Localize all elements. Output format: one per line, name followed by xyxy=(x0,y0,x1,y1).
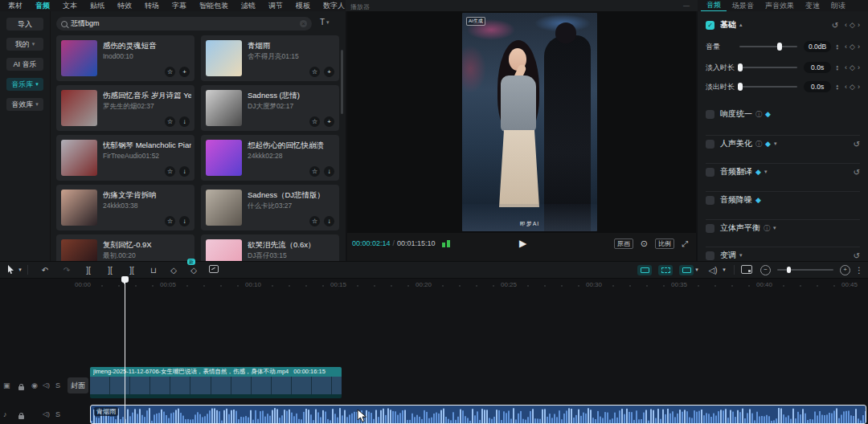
slider-thumb[interactable] xyxy=(738,63,743,71)
split-right-icon[interactable]: ][ xyxy=(125,266,139,275)
music-note-icon[interactable]: ♪ xyxy=(3,410,7,418)
keyframe-prev-icon[interactable]: ‹ xyxy=(845,43,847,51)
select-tool-dropdown-icon[interactable]: ▾ xyxy=(16,267,24,273)
redo-icon[interactable]: ↷ xyxy=(59,266,74,275)
reset-icon[interactable]: ↺ xyxy=(854,140,860,149)
timeline-zoom-slider[interactable] xyxy=(777,269,833,271)
video-clip[interactable]: jimeng-2025-11-12-6706-女生嘴巴说话，表情自然，伤感，身体… xyxy=(90,367,342,398)
inspector-tab-3[interactable]: 声音效果 xyxy=(760,1,800,11)
add-to-track-icon[interactable]: + xyxy=(324,116,334,127)
value-stepper[interactable]: ▴▾ xyxy=(834,43,840,50)
keyframe-icon[interactable]: ◇ xyxy=(850,21,855,29)
value-stepper[interactable]: ▴▾ xyxy=(834,84,840,90)
keyframe-next-icon[interactable]: › xyxy=(858,43,860,51)
slider-track[interactable] xyxy=(739,86,797,88)
slider-thumb[interactable] xyxy=(738,83,743,91)
favorite-star-icon[interactable]: ☆ xyxy=(165,216,175,226)
keyframe-prev-icon[interactable]: ‹ xyxy=(845,21,847,29)
link-preview-toggle-icon[interactable] xyxy=(658,265,673,275)
chevron-down-icon[interactable]: ▾ xyxy=(694,267,700,273)
favorite-star-icon[interactable]: ☆ xyxy=(309,116,320,127)
eye-icon[interactable]: ◉ xyxy=(31,381,38,389)
toggle-checkbox[interactable] xyxy=(706,168,714,177)
download-icon[interactable]: ↓ xyxy=(179,216,190,226)
select-tool-icon[interactable] xyxy=(5,265,16,275)
keyframe-next-icon[interactable]: › xyxy=(858,63,860,71)
zoom-out-icon[interactable]: − xyxy=(760,265,771,275)
panel-menu-dash-icon[interactable]: — xyxy=(683,2,690,9)
music-card[interactable]: 想起伤心的回忆快崩溃24kkk02:28☆↓ xyxy=(201,135,339,181)
chevron-down-icon[interactable]: ▾ xyxy=(721,267,727,273)
keyframe-next-icon[interactable]: › xyxy=(858,83,860,91)
keyframe-icon[interactable]: ◇ xyxy=(850,43,855,51)
keyframe-prev-icon[interactable]: ‹ xyxy=(845,83,847,91)
solo-icon[interactable]: S xyxy=(55,381,60,389)
menu-tab-8[interactable]: 智能包装 xyxy=(193,0,235,11)
slider-thumb[interactable] xyxy=(777,43,782,51)
inspector-tab-5[interactable]: 朗读 xyxy=(825,1,851,11)
music-card[interactable]: Sadness (悲情)DJ大度梦02:17☆+ xyxy=(201,85,339,131)
play-button[interactable]: ▶ xyxy=(519,238,526,249)
speaker-icon[interactable]: ◁) xyxy=(43,410,50,418)
keyframe-prev-icon[interactable]: ‹ xyxy=(845,63,847,71)
auto-scroll-toggle-icon[interactable] xyxy=(679,265,694,275)
music-card[interactable]: 伤感回忆音乐 岁月诗篇 YearsPoem罗先生的烟02:37☆↓ xyxy=(56,85,194,131)
basic-section-checkbox[interactable]: ✓ xyxy=(706,21,714,30)
add-to-track-icon[interactable]: + xyxy=(179,67,190,77)
menu-tab-7[interactable]: 字幕 xyxy=(166,0,193,11)
menu-tab-3[interactable]: 文本 xyxy=(56,0,84,11)
add-to-track-icon[interactable]: + xyxy=(324,67,334,77)
collapse-icon[interactable]: ▴ xyxy=(739,22,743,28)
fullscreen-icon[interactable]: ⤢ xyxy=(682,239,688,249)
menu-tab-10[interactable]: 调节 xyxy=(262,0,289,11)
favorite-star-icon[interactable]: ☆ xyxy=(309,67,320,77)
reset-icon[interactable]: ↺ xyxy=(854,251,860,260)
inspector-tab-1[interactable]: 音频 xyxy=(701,0,727,12)
delete-icon[interactable]: ⊔ xyxy=(146,266,161,275)
music-card[interactable]: 欲哭泪先流（0.6x）DJ喜仔03:15 xyxy=(201,234,339,261)
solo-icon[interactable]: S xyxy=(55,410,60,418)
lock-icon[interactable] xyxy=(18,413,24,421)
menu-tab-2[interactable]: 音频 xyxy=(29,0,56,11)
download-icon[interactable]: ↓ xyxy=(179,116,190,127)
toggle-checkbox[interactable] xyxy=(706,140,714,149)
inspector-tab-2[interactable]: 场景音 xyxy=(727,1,760,11)
kebab-menu-icon[interactable]: ⋮ xyxy=(855,266,863,275)
music-card[interactable]: Sadness（DJ悲情版）什么卡比03:27☆↓ xyxy=(201,185,339,230)
freeze-frame-icon[interactable]: ◇ xyxy=(166,266,181,275)
menu-tab-11[interactable]: 模板 xyxy=(289,0,317,11)
toggle-checkbox[interactable] xyxy=(706,110,714,119)
chevron-down-icon[interactable]: ▾ xyxy=(739,252,743,259)
reset-icon[interactable]: ↺ xyxy=(832,21,838,30)
audio-clip-selected[interactable]: 青烟雨 xyxy=(90,405,866,424)
chevron-down-icon[interactable]: ▾ xyxy=(774,141,777,147)
marker-pen-icon[interactable] xyxy=(207,265,221,275)
favorite-star-icon[interactable]: ☆ xyxy=(309,216,320,226)
toggle-checkbox[interactable] xyxy=(706,251,714,260)
favorite-star-icon[interactable]: ☆ xyxy=(165,166,175,177)
slider-track[interactable] xyxy=(739,67,797,68)
chevron-down-icon[interactable]: ▾ xyxy=(773,225,776,231)
playhead-line[interactable] xyxy=(125,276,125,424)
music-card[interactable]: 伤痛文学肯拆呐24kkk03:38☆↓ xyxy=(56,185,194,230)
snap-toggle-icon[interactable] xyxy=(637,265,652,275)
speaker-icon[interactable]: ◁) xyxy=(43,381,50,389)
music-card[interactable]: 感伤的灵魂短音Inod00:10☆+ xyxy=(56,35,194,81)
timeline-ruler[interactable]: 00:0000:0500:1000:1500:2000:2500:3000:35… xyxy=(0,279,868,288)
value-stepper[interactable]: ▴▾ xyxy=(834,64,840,71)
original-quality-button[interactable]: 原画 xyxy=(614,238,633,249)
download-icon[interactable]: ↓ xyxy=(324,166,334,177)
cover-button[interactable]: 封面 xyxy=(68,377,88,393)
split-left-icon[interactable]: ][ xyxy=(103,266,117,275)
cover-track-icon[interactable]: ▣ xyxy=(3,381,10,389)
menu-tab-9[interactable]: 滤镜 xyxy=(235,0,262,11)
menu-tab-5[interactable]: 特效 xyxy=(111,0,138,11)
menu-tab-1[interactable]: 素材 xyxy=(2,0,29,11)
toggle-checkbox[interactable] xyxy=(706,196,714,205)
lock-icon[interactable] xyxy=(18,384,24,392)
library-scrollbar[interactable] xyxy=(341,50,343,114)
zoom-slider-thumb[interactable] xyxy=(787,267,791,273)
toggle-checkbox[interactable] xyxy=(706,224,714,233)
keyframe-icon[interactable]: ◇ xyxy=(850,63,855,71)
keyframe-next-icon[interactable]: › xyxy=(858,21,860,29)
